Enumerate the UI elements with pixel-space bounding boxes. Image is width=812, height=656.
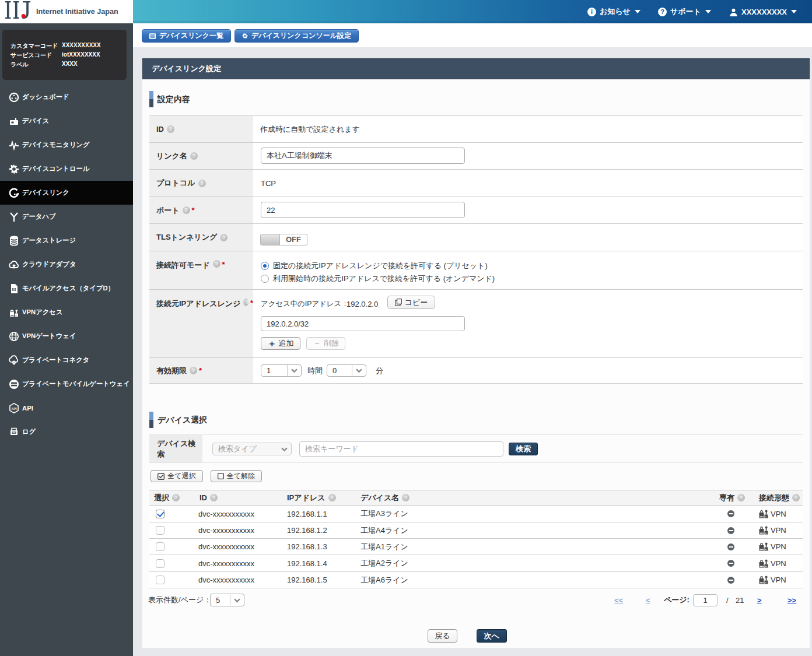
svg-text:API: API <box>12 406 17 410</box>
